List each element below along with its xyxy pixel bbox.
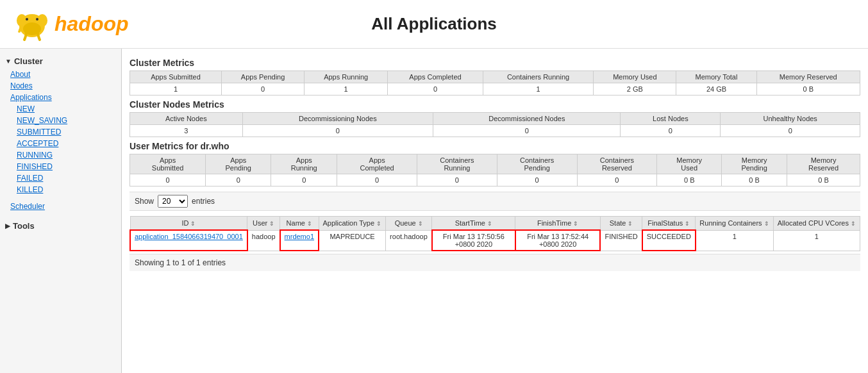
nodes-header-4: Unhealthy Nodes — [721, 113, 860, 125]
user-val-4: 0 — [417, 174, 497, 187]
cluster-metrics-val-0: 1 — [130, 83, 222, 95]
cluster-metrics-header-3: Apps Completed — [388, 71, 483, 83]
tools-arrow-icon: ▶ — [5, 222, 10, 229]
cluster-metrics-val-7: 0 B — [756, 83, 860, 95]
finish-sort-icon: ⇕ — [573, 220, 578, 227]
show-label: Show — [135, 197, 154, 206]
apps-header-containers: Running Containers ⇕ — [696, 217, 773, 231]
cluster-metrics-header-4: Containers Running — [483, 71, 594, 83]
app-queue-cell: root.hadoop — [386, 230, 432, 251]
cluster-metrics-val-2: 1 — [305, 83, 388, 95]
queue-sort-icon: ⇕ — [418, 220, 423, 227]
nodes-val-0: 3 — [130, 125, 243, 137]
final-sort-icon: ⇕ — [685, 220, 690, 227]
user-val-7: 0 B — [657, 174, 722, 187]
sidebar-item-submitted[interactable]: SUBMITTED — [0, 126, 121, 138]
type-sort-icon: ⇕ — [376, 220, 381, 227]
sidebar-item-applications[interactable]: Applications — [0, 92, 121, 103]
sidebar-item-running[interactable]: RUNNING — [0, 149, 121, 161]
apps-header-name: Name ⇕ — [280, 217, 319, 231]
cluster-metrics-header-1: Apps Pending — [221, 71, 304, 83]
cluster-metrics-table: Apps Submitted Apps Pending Apps Running… — [129, 70, 860, 95]
user-header-0: AppsSubmitted — [130, 154, 206, 174]
nodes-header-0: Active Nodes — [130, 113, 243, 125]
showing-text: Showing 1 to 1 of 1 entries — [135, 258, 226, 267]
nodes-val-3: 0 — [621, 125, 721, 137]
user-header-5: ContainersPending — [497, 154, 577, 174]
cluster-metrics-header-2: Apps Running — [305, 71, 388, 83]
sidebar-item-about[interactable]: About — [0, 69, 121, 80]
user-header-2: AppsRunning — [271, 154, 337, 174]
tools-section-header[interactable]: ▶ Tools — [0, 219, 121, 233]
user-val-3: 0 — [337, 174, 417, 187]
cluster-label: Cluster — [14, 56, 43, 66]
sidebar-item-new-saving[interactable]: NEW_SAVING — [0, 115, 121, 126]
hadoop-elephant-icon — [13, 6, 51, 42]
apps-header-queue: Queue ⇕ — [386, 217, 432, 231]
app-type-cell: MAPREDUCE — [319, 230, 386, 251]
user-val-6: 0 — [577, 174, 657, 187]
nodes-header-2: Decommissioned Nodes — [433, 113, 621, 125]
cluster-metrics-val-3: 0 — [388, 83, 483, 95]
user-val-1: 0 — [206, 174, 271, 187]
app-finishtime-cell: Fri Mar 13 17:52:44 +0800 2020 — [515, 230, 601, 251]
apps-header-cpu: Allocated CPU VCores ⇕ — [773, 217, 860, 231]
cluster-section-header[interactable]: ▼ Cluster — [0, 54, 121, 69]
content: Cluster Metrics Apps Submitted Apps Pend… — [122, 49, 868, 373]
show-entries-bar: Show 20 10 50 100 entries — [129, 192, 860, 211]
cluster-metrics-val-6: 24 GB — [676, 83, 756, 95]
user-val-2: 0 — [271, 174, 337, 187]
sidebar-item-finished[interactable]: FINISHED — [0, 161, 121, 172]
nodes-val-4: 0 — [721, 125, 860, 137]
user-metrics-title: User Metrics for dr.who — [129, 141, 860, 151]
user-val-5: 0 — [497, 174, 577, 187]
nodes-header-3: Lost Nodes — [621, 113, 721, 125]
user-val-0: 0 — [130, 174, 206, 187]
sidebar-item-killed[interactable]: KILLED — [0, 184, 121, 195]
cluster-nodes-metrics-table: Active Nodes Decommissioning Nodes Decom… — [129, 112, 860, 137]
svg-point-4 — [26, 18, 28, 21]
entries-label: entries — [192, 197, 215, 206]
app-cpu-cell: 1 — [773, 230, 860, 251]
apps-header-finalstatus: FinalStatus ⇕ — [642, 217, 696, 231]
cluster-arrow-icon: ▼ — [5, 58, 12, 65]
cluster-metrics-title: Cluster Metrics — [129, 58, 860, 68]
logo-text: hadoop — [54, 12, 129, 36]
user-header-8: MemoryPending — [722, 154, 787, 174]
user-val-8: 0 B — [722, 174, 787, 187]
user-header-1: AppsPending — [206, 154, 271, 174]
user-header-3: AppsCompleted — [337, 154, 417, 174]
cont-sort-icon: ⇕ — [764, 220, 769, 227]
sidebar-item-scheduler[interactable]: Scheduler — [0, 201, 121, 212]
cpu-sort-icon: ⇕ — [851, 220, 856, 227]
id-sort-icon: ⇕ — [190, 220, 196, 227]
app-finalstatus-cell: SUCCEEDED — [642, 230, 696, 251]
table-footer: Showing 1 to 1 of 1 entries — [129, 254, 860, 271]
cluster-metrics-header-6: Memory Total — [676, 71, 756, 83]
state-sort-icon: ⇕ — [628, 220, 633, 227]
page-title: All Applications — [141, 14, 727, 34]
sidebar-item-nodes[interactable]: Nodes — [0, 80, 121, 92]
entries-select[interactable]: 20 10 50 100 — [158, 195, 188, 208]
sidebar: ▼ Cluster About Nodes Applications NEW N… — [0, 49, 122, 373]
sidebar-item-new[interactable]: NEW — [0, 103, 121, 115]
app-starttime-cell: Fri Mar 13 17:50:56 +0800 2020 — [432, 230, 515, 251]
table-row: application_1584066319470_0001 hadoop mr… — [130, 230, 860, 251]
cluster-nodes-metrics-title: Cluster Nodes Metrics — [129, 99, 860, 110]
sidebar-item-failed[interactable]: FAILED — [0, 172, 121, 184]
apps-header-user: User ⇕ — [247, 217, 280, 231]
user-header-9: MemoryReserved — [787, 154, 860, 174]
user-sort-icon: ⇕ — [269, 220, 274, 227]
user-metrics-table: AppsSubmitted AppsPending AppsRunning Ap… — [129, 154, 860, 187]
apps-header-finishtime: FinishTime ⇕ — [515, 217, 601, 231]
app-name-cell[interactable]: mrdemo1 — [280, 230, 319, 251]
nodes-val-2: 0 — [433, 125, 621, 137]
cluster-metrics-val-1: 0 — [221, 83, 304, 95]
svg-point-5 — [36, 18, 38, 21]
sidebar-item-accepted[interactable]: ACCEPTED — [0, 138, 121, 149]
user-header-4: ContainersRunning — [417, 154, 497, 174]
cluster-metrics-val-5: 2 GB — [594, 83, 676, 95]
app-id-cell[interactable]: application_1584066319470_0001 — [130, 230, 247, 251]
logo-area: hadoop — [13, 6, 141, 42]
apps-header-id: ID ⇕ — [130, 217, 247, 231]
